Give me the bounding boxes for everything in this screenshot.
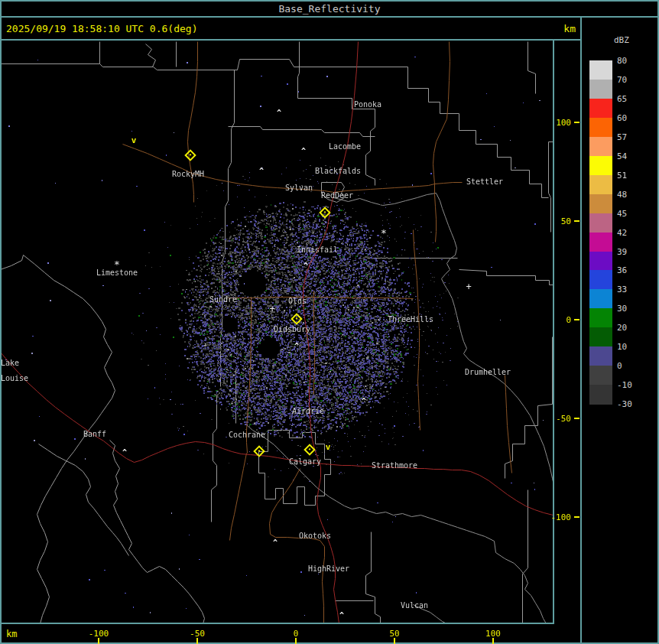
city-label: Okotoks <box>299 532 331 540</box>
scan-info-bar: 2025/09/19 18:58:10 UTC 0.6(deg) km <box>2 18 579 39</box>
summit-marker: ^ <box>304 262 308 270</box>
city-label: Innisfail <box>297 246 338 254</box>
right-axis-tick-label: 100 <box>556 118 571 128</box>
summit-marker: ^ <box>301 147 306 155</box>
colorbar-swatch <box>589 156 612 175</box>
city-label: Calgary <box>289 457 321 466</box>
city-label: Cochrane <box>229 431 265 439</box>
colorbar-tick-label: -10 <box>617 380 632 390</box>
cross-marker: + <box>269 304 274 314</box>
city-label: Lake <box>2 359 19 367</box>
bottom-axis-tick <box>394 638 395 644</box>
city-label: Strathmore <box>372 461 417 470</box>
colorbar-swatch <box>589 270 612 289</box>
summit-marker: ^ <box>277 109 281 117</box>
summit-marker: ^ <box>362 397 366 405</box>
colorbar-tick-label: 42 <box>617 227 627 237</box>
city-label: ThreeHills <box>388 315 433 324</box>
summit-marker: ^ <box>259 167 264 175</box>
colorbar-swatch <box>589 60 612 80</box>
colorbar-tick-label: -30 <box>617 399 632 409</box>
city-label: Louise <box>2 374 28 382</box>
bottom-axis-unit-label: km <box>6 629 17 639</box>
right-axis-tick <box>574 319 579 320</box>
colorbar-tick-label: 80 <box>617 56 627 66</box>
scan-datetime: 2025/09/19 18:58:10 UTC 0.6(deg) <box>6 23 197 34</box>
colorbar-tick-label: 45 <box>617 208 627 218</box>
colorbar-unit-label: dBZ <box>614 35 629 45</box>
city-label: RockyMH <box>172 170 204 178</box>
colorbar-swatch <box>589 118 612 137</box>
summit-marker: ^ <box>273 538 278 547</box>
colorbar-swatch <box>589 366 612 385</box>
right-axis-tick-label: 50 <box>561 216 571 226</box>
map-viewport: PonokaLacombeBlackfaldsSylvanRedDeerStet… <box>2 41 553 623</box>
colorbar-swatch <box>589 233 612 252</box>
colorbar-tick-label: 36 <box>617 265 627 275</box>
radar-app-window: Base_Reflectivity 2025/09/19 18:58:10 UT… <box>0 0 659 644</box>
summit-marker: ^ <box>122 448 127 457</box>
left-border <box>0 18 2 644</box>
summit-marker: ^ <box>339 611 344 620</box>
city-label: Blackfalds <box>315 167 361 175</box>
colorbar-swatch <box>589 252 612 271</box>
colorbar-tick-label: 10 <box>617 342 627 352</box>
right-distance-axis: 100500-50-100 <box>554 41 580 623</box>
city-label: Airdrie <box>292 407 324 415</box>
right-axis-tick-label: 0 <box>566 315 571 325</box>
right-axis-tick-label: -100 <box>551 512 572 522</box>
colorbar-swatch <box>589 327 612 346</box>
city-label: Drumheller <box>465 368 511 376</box>
colorbar-swatch <box>589 213 612 233</box>
info-divider <box>0 39 582 41</box>
right-axis-tick <box>574 418 579 419</box>
colorbar-tick-label: 70 <box>617 74 627 84</box>
city-label: RedDeer <box>321 191 353 200</box>
colorbar-panel: dBZ 807065605754514845423936333020100-10… <box>582 18 657 642</box>
right-axis-tick <box>574 122 579 123</box>
colorbar-tick-label: 54 <box>617 151 627 161</box>
bottom-axis-tick <box>492 638 494 644</box>
city-label: Vulcan <box>401 601 428 610</box>
right-axis-unit-label: km <box>563 23 576 34</box>
colorbar-swatch <box>589 137 612 156</box>
colorbar-swatch <box>589 99 612 118</box>
right-axis-tick <box>574 516 579 518</box>
window-title: Base_Reflectivity <box>0 0 659 18</box>
colorbar-tick-label: 0 <box>617 361 622 371</box>
right-axis-tick-label: -50 <box>556 414 571 424</box>
city-label: HighRiver <box>308 564 349 573</box>
colorbar-swatch <box>589 194 612 213</box>
divider <box>0 16 659 18</box>
colorbar-swatch <box>589 289 612 308</box>
city-label: Sundre <box>209 295 237 304</box>
colorbar-tick-label: 57 <box>617 132 627 141</box>
colorbar-tick-label: 48 <box>617 189 627 199</box>
colorbar-tick-label: 39 <box>617 246 627 256</box>
summit-marker: ^ <box>294 342 299 350</box>
colorbar-tick-label: 30 <box>617 304 627 314</box>
colorbar-swatch <box>589 385 612 404</box>
asterisk-marker: * <box>114 259 120 270</box>
cross-marker: + <box>466 281 471 292</box>
bottom-axis-tick <box>295 638 297 644</box>
city-label: Didsbury <box>274 325 310 333</box>
colorbar-tick-label: 51 <box>617 170 627 180</box>
city-label: Sylvan <box>285 184 313 192</box>
colorbar-swatch <box>589 80 612 99</box>
city-label: Stettler <box>466 177 503 186</box>
colorbar-swatch <box>589 308 612 327</box>
colorbar-swatch <box>589 346 612 366</box>
v-station-marker: v <box>326 442 331 452</box>
colorbar-tick-label: 33 <box>617 285 627 294</box>
bottom-distance-axis: -100-50050100 <box>2 624 580 644</box>
bottom-axis-tick <box>98 638 99 644</box>
v-station-marker: v <box>131 135 137 145</box>
colorbar-tick-label: 60 <box>617 112 627 122</box>
right-axis-tick <box>574 220 579 222</box>
city-label: Olds <box>288 297 307 305</box>
city-label: Banff <box>83 430 106 438</box>
bottom-axis-tick <box>196 638 198 644</box>
city-label: Ponoka <box>354 100 381 109</box>
asterisk-marker: * <box>381 227 387 239</box>
